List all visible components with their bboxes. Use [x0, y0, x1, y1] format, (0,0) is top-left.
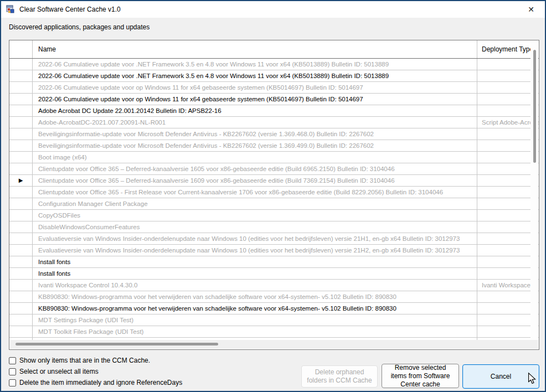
name-cell[interactable]: Adobe-AcrobatDC-2021.007.20091-NL-R001: [33, 117, 477, 128]
deployment-type-cell[interactable]: [477, 221, 539, 233]
name-cell[interactable]: 2022-06 Cumulatieve update voor op Windo…: [33, 82, 477, 93]
name-cell[interactable]: Evaluatieversie van Windows Insider-onde…: [33, 233, 477, 244]
row-header-cell[interactable]: ▶: [9, 175, 33, 186]
name-cell[interactable]: Install fonts: [33, 268, 477, 279]
table-row[interactable]: 2022-06 Cumulatieve update voor op Windo…: [9, 94, 539, 105]
table-row[interactable]: KB890830: Windows-programma voor het ver…: [9, 291, 539, 303]
deployment-type-cell[interactable]: [477, 210, 539, 221]
row-header-cell[interactable]: [9, 326, 33, 337]
name-cell[interactable]: Boot image (x64): [33, 152, 477, 163]
deployment-type-cell[interactable]: [477, 163, 539, 174]
deployment-type-cell[interactable]: [477, 175, 539, 186]
table-row[interactable]: Clientupdate voor Office 365 – Deferred-…: [9, 163, 539, 175]
row-header-cell[interactable]: [9, 291, 33, 302]
vertical-scrollbar-thumb[interactable]: [533, 50, 536, 163]
table-row[interactable]: Adobe-AcrobatDC-2021.007.20091-NL-R001 S…: [9, 117, 539, 128]
row-header-cell[interactable]: [9, 198, 33, 209]
name-cell[interactable]: KB890830: Windows-programma voor het ver…: [33, 303, 477, 314]
row-header-cell[interactable]: [9, 245, 33, 256]
name-cell[interactable]: CopyOSDFiles: [33, 210, 477, 221]
remove-selected-items-button[interactable]: Remove selected items from Software Cent…: [382, 364, 459, 388]
table-row[interactable]: Install fonts: [9, 256, 539, 268]
row-header-cell[interactable]: [9, 233, 33, 244]
name-cell[interactable]: Install fonts: [33, 256, 477, 267]
deployment-type-cell[interactable]: Ivanti Workspace C: [477, 280, 539, 291]
name-cell[interactable]: Configuration Manager Client Package: [33, 198, 477, 209]
row-header-cell[interactable]: [9, 59, 33, 70]
name-cell[interactable]: KB890830: Windows-programma voor het ver…: [33, 291, 477, 302]
name-cell[interactable]: Evaluatieversie van Windows Insider-onde…: [33, 245, 477, 256]
table-row[interactable]: Evaluatieversie van Windows Insider-onde…: [9, 233, 539, 245]
deployment-type-cell[interactable]: [477, 326, 539, 337]
row-header-cell[interactable]: [9, 280, 33, 291]
table-row[interactable]: Adobe Acrobat DC Update 22.001.20142 Bul…: [9, 105, 539, 117]
row-header-cell[interactable]: [9, 163, 33, 174]
horizontal-scrollbar[interactable]: [10, 340, 538, 349]
row-header-cell[interactable]: [9, 94, 33, 105]
vertical-scrollbar[interactable]: [530, 41, 538, 341]
checkbox-delete-immediately[interactable]: Delete the item immediately and ignore R…: [9, 377, 182, 388]
name-cell[interactable]: Ivanti Workspace Control 10.4.30.0: [33, 280, 477, 291]
row-header-cell[interactable]: [9, 314, 33, 326]
deployment-type-cell[interactable]: [477, 303, 539, 314]
deployment-type-cell[interactable]: [477, 256, 539, 267]
name-cell[interactable]: Clientupdate voor Office 365 – Deferred-…: [33, 163, 477, 174]
deployment-type-cell[interactable]: [477, 233, 539, 244]
row-header-cell[interactable]: [9, 70, 33, 81]
table-row[interactable]: Evaluatieversie van Windows Insider-onde…: [9, 245, 539, 256]
table-row[interactable]: Boot image (x64): [9, 152, 539, 163]
row-header-cell[interactable]: [9, 117, 33, 128]
deployment-type-cell[interactable]: [477, 187, 539, 198]
checkbox-show-only-ccm-cache[interactable]: Show only items that are in the CCM Cach…: [9, 355, 182, 366]
name-cell[interactable]: 2022-06 Cumulatieve update voor .NET Fra…: [33, 59, 477, 70]
name-cell[interactable]: DisableWindowsConsumerFeatures: [33, 221, 477, 233]
row-header-cell[interactable]: [9, 268, 33, 279]
name-cell[interactable]: Clientupdate voor Office 365 - First Rel…: [33, 187, 477, 198]
checkbox-select-all[interactable]: Select or unselect all items: [9, 366, 182, 377]
table-row[interactable]: Ivanti Workspace Control 10.4.30.0 Ivant…: [9, 280, 539, 291]
deployment-type-cell[interactable]: [477, 94, 539, 105]
deployment-type-cell[interactable]: [477, 152, 539, 163]
row-header-cell[interactable]: [9, 82, 33, 93]
name-cell[interactable]: 2022-06 Cumulatieve update voor op Windo…: [33, 94, 477, 105]
deployment-type-cell[interactable]: [477, 198, 539, 209]
column-header-name[interactable]: Name: [33, 40, 477, 58]
deployment-type-cell[interactable]: [477, 70, 539, 81]
row-header-cell[interactable]: [9, 187, 33, 198]
deployment-type-cell[interactable]: [477, 314, 539, 326]
deployment-type-cell[interactable]: Script Adobe-Acroba: [477, 117, 539, 128]
deployment-type-cell[interactable]: [477, 268, 539, 279]
deployment-type-cell[interactable]: [477, 82, 539, 93]
row-header-cell[interactable]: [9, 140, 33, 151]
table-row[interactable]: MDT Settings Package (UDI Test): [9, 314, 539, 326]
table-row[interactable]: DisableWindowsConsumerFeatures: [9, 221, 539, 233]
deployment-type-cell[interactable]: [477, 245, 539, 256]
table-row[interactable]: ▶ Clientupdate voor Office 365 – Deferre…: [9, 175, 539, 187]
table-row[interactable]: KB890830: Windows-programma voor het ver…: [9, 303, 539, 314]
table-row[interactable]: Beveiligingsinformatie-update voor Micro…: [9, 128, 539, 140]
table-row[interactable]: 2022-06 Cumulatieve update voor op Windo…: [9, 82, 539, 94]
deployment-type-cell[interactable]: [477, 59, 539, 70]
row-header-cell[interactable]: [9, 221, 33, 233]
table-row[interactable]: Clientupdate voor Office 365 - First Rel…: [9, 187, 539, 198]
name-cell[interactable]: Beveiligingsinformatie-update voor Micro…: [33, 140, 477, 151]
name-cell[interactable]: 2022-06 Cumulatieve update voor .NET Fra…: [33, 70, 477, 81]
row-header-cell[interactable]: [9, 256, 33, 267]
name-cell[interactable]: MDT Settings Package (UDI Test): [33, 314, 477, 326]
checkbox-icon[interactable]: [9, 357, 16, 364]
close-icon[interactable]: ✕: [522, 1, 540, 18]
checkbox-icon[interactable]: [9, 368, 16, 375]
table-row[interactable]: MDT Toolkit Files Package (UDI Test): [9, 326, 539, 338]
name-cell[interactable]: Clientupdate voor Office 365 – Deferred-…: [33, 175, 477, 186]
table-row[interactable]: 2022-06 Cumulatieve update voor .NET Fra…: [9, 70, 539, 82]
checkbox-icon[interactable]: [9, 379, 16, 386]
name-cell[interactable]: Beveiligingsinformatie-update voor Micro…: [33, 128, 477, 140]
row-header-cell[interactable]: [9, 128, 33, 140]
deployment-type-cell[interactable]: [477, 140, 539, 151]
table-row[interactable]: Configuration Manager Client Package: [9, 198, 539, 210]
row-header-cell[interactable]: [9, 105, 33, 116]
table-row[interactable]: Install fonts: [9, 268, 539, 280]
column-header-deployment-type[interactable]: Deployment Type: [477, 40, 539, 58]
cancel-button[interactable]: Cancel: [462, 364, 539, 389]
row-header-cell[interactable]: [9, 210, 33, 221]
